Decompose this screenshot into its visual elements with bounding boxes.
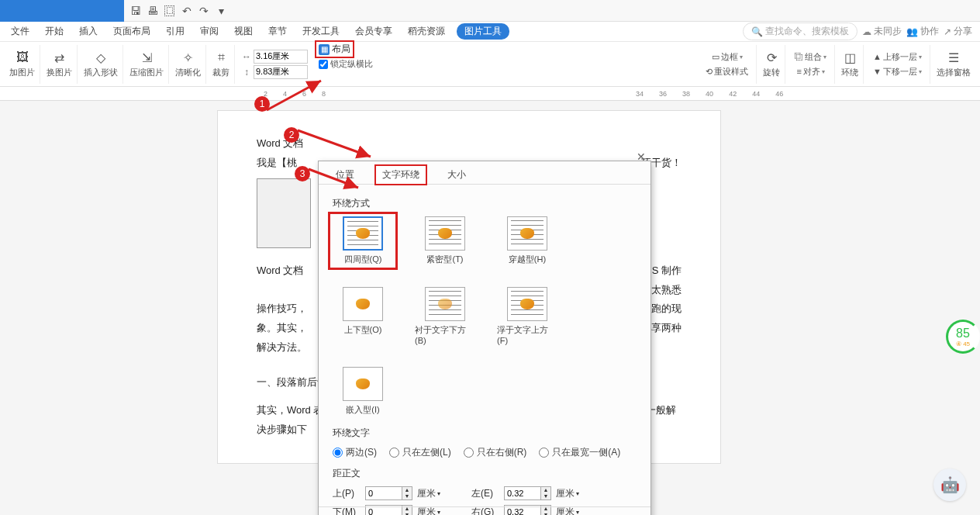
menu-ref[interactable]: 引用 [159, 25, 192, 38]
sharpen-group[interactable]: ✧ 清晰化 [171, 45, 206, 84]
selection-pane-icon: ☰ [946, 50, 961, 65]
menu-view[interactable]: 视图 [227, 25, 260, 38]
up-layer-icon: ▲ [873, 52, 882, 61]
picture-tools-tab[interactable]: 图片工具 [457, 23, 509, 40]
dist-left-input[interactable]: ▲▼ [504, 486, 551, 500]
radio-left[interactable]: 只在左侧(L) [389, 446, 451, 459]
layout-dialog: ✕ 位置 文字环绕 大小 环绕方式 四周型(Q) 紧密型(T) 穿越型(H) [318, 161, 651, 515]
menu-bar: 文件 开始 插入 页面布局 引用 审阅 视图 章节 开发工具 会员专享 稻壳资源… [0, 22, 980, 42]
search-icon: 🔍 [751, 26, 763, 37]
cloud-icon: ☁ [862, 26, 871, 37]
change-picture-group[interactable]: ⇄ 换图片 [42, 45, 78, 84]
wrap-inline[interactable]: 嵌入型(I) [333, 367, 393, 416]
tab-text-wrap[interactable]: 文字环绕 [374, 164, 427, 185]
wrap-group[interactable]: ◫ 环绕 [837, 45, 864, 84]
reset-icon: ⟲ [706, 67, 713, 77]
bring-forward-button[interactable]: ▲上移一层▾ [870, 50, 925, 64]
layer-group: ▲上移一层▾ ▼下移一层▾ [865, 45, 930, 84]
sharpen-icon: ✧ [181, 50, 196, 65]
menu-chapter[interactable]: 章节 [261, 25, 294, 38]
more-qat-icon[interactable]: ▾ [214, 4, 228, 18]
document-area: 2 4 6 8 34 36 38 40 42 44 46 Word 文档 我是【… [0, 87, 980, 515]
wrap-tight[interactable]: 紧密型(T) [415, 216, 475, 265]
print-icon[interactable]: 🖶 [146, 4, 160, 18]
wrap-infront[interactable]: 浮于文字上方(F) [497, 287, 557, 345]
horizontal-ruler: 2 4 6 8 34 36 38 40 42 44 46 [0, 87, 980, 101]
selection-pane-group[interactable]: ☰ 选择窗格 [932, 45, 975, 84]
wrap-behind[interactable]: 衬于文字下方(B) [415, 287, 475, 345]
size-inputs: ↔ ↕ [236, 45, 312, 84]
border-group: ▭边框▾ ⟲重设样式 [698, 45, 757, 84]
distance-label: 距正文 [333, 467, 637, 480]
crop-group[interactable]: ⌗ 裁剪 [208, 45, 235, 84]
group-button[interactable]: ⿻组合▾ [792, 50, 830, 64]
border-icon: ▭ [712, 52, 719, 62]
menu-docer[interactable]: 稻壳资源 [401, 25, 452, 38]
layout-icon: ▦ [319, 44, 330, 55]
sync-status[interactable]: ☁ 未同步 [862, 25, 902, 38]
layout-button-highlight[interactable]: ▦ 布局 [315, 40, 354, 58]
undo-icon[interactable]: ↶ [180, 4, 194, 18]
height-input[interactable] [254, 65, 308, 79]
wrap-text-radios: 两边(S) 只在左侧(L) 只在右侧(R) 只在最宽一侧(A) [333, 446, 637, 459]
wrap-style-label: 环绕方式 [333, 197, 637, 210]
share-button[interactable]: ↗ 分享 [944, 25, 972, 38]
add-picture-group[interactable]: 🖼 加图片 [5, 45, 40, 84]
menu-dev[interactable]: 开发工具 [295, 25, 347, 38]
menu-home[interactable]: 开始 [38, 25, 71, 38]
radio-widest[interactable]: 只在最宽一侧(A) [539, 446, 620, 459]
wrap-through[interactable]: 穿越型(H) [497, 216, 557, 265]
ribbon: 🖼 加图片 ⇄ 换图片 ◇ 插入形状 ⇲ 压缩图片 ✧ 清晰化 ⌗ 裁剪 ↔ ↕ [0, 42, 980, 87]
down-layer-icon: ▼ [873, 67, 882, 76]
callout-marker-3: 3 [295, 166, 310, 181]
dist-top-input[interactable]: ▲▼ [365, 486, 412, 500]
compress-group[interactable]: ⇲ 压缩图片 [125, 45, 169, 84]
rotate-icon: ⟳ [764, 50, 779, 65]
callout-marker-1: 1 [254, 96, 270, 112]
selected-image[interactable] [257, 178, 311, 248]
swap-icon: ⇄ [52, 50, 67, 65]
search-placeholder: 查找命令、搜索模板 [765, 25, 849, 38]
menu-pagelayout[interactable]: 页面布局 [106, 25, 157, 38]
menu-file[interactable]: 文件 [4, 25, 36, 38]
doc-line: Word 文档 [257, 134, 682, 154]
radio-right[interactable]: 只在右侧(R) [464, 446, 527, 459]
lock-aspect-checkbox[interactable]: 锁定纵横比 [319, 58, 373, 70]
wrap-topbottom[interactable]: 上下型(O) [333, 287, 393, 345]
close-icon[interactable]: ✕ [637, 150, 646, 163]
insert-shape-group[interactable]: ◇ 插入形状 [79, 45, 123, 84]
active-doc-tab[interactable] [0, 0, 124, 22]
send-backward-button[interactable]: ▼下移一层▾ [870, 65, 925, 78]
rotate-group[interactable]: ⟳ 旋转 [758, 45, 785, 84]
width-icon: ↔ [241, 51, 252, 62]
score-indicator[interactable]: 85 ④ 45 [946, 320, 980, 354]
share-icon: ↗ [944, 26, 951, 37]
command-search[interactable]: 🔍 查找命令、搜索模板 [743, 22, 858, 40]
shape-icon: ◇ [93, 50, 109, 65]
width-input[interactable] [254, 50, 308, 64]
dialog-tabs: 位置 文字环绕 大小 [319, 161, 650, 185]
wrap-options: 四周型(Q) 紧密型(T) 穿越型(H) 上下型(O) 衬于文字下方(B) [333, 216, 637, 416]
doc-line: 我是【桃 [257, 154, 297, 173]
title-bar: 🖫 🖶 ⿴ ↶ ↷ ▾ [0, 0, 980, 22]
radio-both[interactable]: 两边(S) [333, 446, 377, 459]
wrap-square[interactable]: 四周型(Q) [333, 216, 393, 265]
menu-insert[interactable]: 插入 [72, 25, 105, 38]
assistant-button[interactable]: 🤖 [933, 468, 966, 501]
group-icon: ⿻ [795, 52, 803, 61]
tab-position[interactable]: 位置 [330, 166, 361, 184]
people-icon: 👥 [906, 26, 918, 37]
menu-review[interactable]: 审阅 [193, 25, 226, 38]
save-icon[interactable]: 🖫 [129, 4, 143, 18]
preview-icon[interactable]: ⿴ [163, 4, 177, 18]
border-button[interactable]: ▭边框▾ [709, 50, 746, 64]
crop-icon: ⌗ [213, 50, 229, 65]
menu-vip[interactable]: 会员专享 [348, 25, 399, 38]
reset-style-button[interactable]: ⟲重设样式 [702, 65, 751, 78]
redo-icon[interactable]: ↷ [197, 4, 211, 18]
wrap-icon: ◫ [842, 50, 858, 65]
align-icon: ≡ [796, 67, 801, 76]
tab-size[interactable]: 大小 [441, 166, 472, 184]
collab-button[interactable]: 👥 协作 [906, 25, 939, 38]
align-button[interactable]: ≡对齐▾ [793, 65, 827, 78]
